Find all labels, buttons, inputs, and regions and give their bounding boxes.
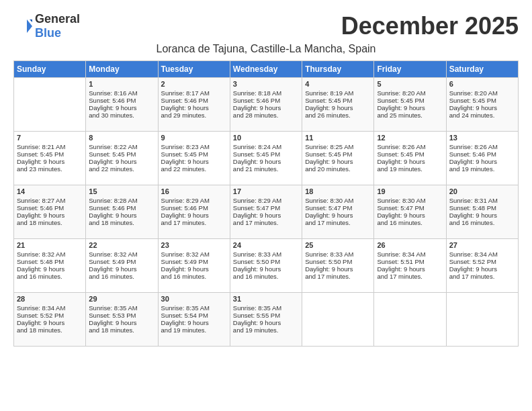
day-number: 5 (377, 80, 443, 88)
calendar-header: Sunday Monday Tuesday Wednesday Thursday… (14, 61, 519, 78)
header-wednesday: Wednesday (230, 61, 302, 78)
day-info: Sunrise: 8:32 AMSunset: 5:49 PMDaylight:… (89, 250, 154, 280)
logo-icon (13, 17, 32, 36)
day-info: Sunrise: 8:33 AMSunset: 5:50 PMDaylight:… (305, 250, 371, 280)
day-info: Sunrise: 8:26 AMSunset: 5:45 PMDaylight:… (377, 143, 443, 173)
header-monday: Monday (86, 61, 158, 78)
cell-w3-d1: 14Sunrise: 8:27 AMSunset: 5:46 PMDayligh… (14, 185, 86, 239)
day-number: 9 (161, 134, 227, 142)
day-number: 12 (377, 134, 443, 142)
day-number: 15 (89, 187, 154, 195)
day-info: Sunrise: 8:32 AMSunset: 5:49 PMDaylight:… (161, 250, 227, 280)
week-row-5: 28Sunrise: 8:34 AMSunset: 5:52 PMDayligh… (14, 293, 519, 347)
day-number: 30 (161, 295, 227, 303)
day-number: 18 (305, 187, 371, 195)
day-info: Sunrise: 8:29 AMSunset: 5:47 PMDaylight:… (233, 197, 299, 226)
cell-w3-d2: 15Sunrise: 8:28 AMSunset: 5:46 PMDayligh… (86, 185, 158, 239)
cell-w4-d7: 27Sunrise: 8:34 AMSunset: 5:52 PMDayligh… (446, 239, 518, 293)
week-row-2: 7Sunrise: 8:21 AMSunset: 5:45 PMDaylight… (14, 132, 519, 185)
header-sunday: Sunday (14, 61, 86, 78)
day-number: 17 (233, 187, 299, 195)
cell-w5-d3: 30Sunrise: 8:35 AMSunset: 5:54 PMDayligh… (158, 293, 230, 347)
day-number: 31 (233, 295, 299, 303)
day-info: Sunrise: 8:20 AMSunset: 5:45 PMDaylight:… (377, 89, 443, 119)
cell-w5-d5 (302, 293, 374, 347)
header-saturday: Saturday (446, 61, 518, 78)
day-number: 14 (17, 187, 83, 195)
calendar-body: 1Sunrise: 8:16 AMSunset: 5:46 PMDaylight… (14, 78, 519, 347)
cell-w5-d7 (446, 293, 518, 347)
cell-w2-d4: 10Sunrise: 8:24 AMSunset: 5:45 PMDayligh… (230, 132, 302, 185)
day-info: Sunrise: 8:34 AMSunset: 5:51 PMDaylight:… (377, 250, 443, 280)
cell-w3-d5: 18Sunrise: 8:30 AMSunset: 5:47 PMDayligh… (302, 185, 374, 239)
cell-w3-d4: 17Sunrise: 8:29 AMSunset: 5:47 PMDayligh… (230, 185, 302, 239)
week-row-3: 14Sunrise: 8:27 AMSunset: 5:46 PMDayligh… (14, 185, 519, 239)
month-title: December 2025 (341, 12, 519, 40)
day-info: Sunrise: 8:35 AMSunset: 5:54 PMDaylight:… (161, 304, 227, 334)
day-info: Sunrise: 8:34 AMSunset: 5:52 PMDaylight:… (17, 304, 83, 334)
day-info: Sunrise: 8:19 AMSunset: 5:45 PMDaylight:… (305, 89, 371, 119)
logo-blue: Blue (35, 26, 61, 40)
cell-w1-d2: 1Sunrise: 8:16 AMSunset: 5:46 PMDaylight… (86, 78, 158, 132)
day-info: Sunrise: 8:24 AMSunset: 5:45 PMDaylight:… (233, 143, 299, 173)
cell-w1-d5: 4Sunrise: 8:19 AMSunset: 5:45 PMDaylight… (302, 78, 374, 132)
cell-w5-d6 (374, 293, 446, 347)
cell-w1-d7: 6Sunrise: 8:20 AMSunset: 5:45 PMDaylight… (446, 78, 518, 132)
day-number: 27 (449, 241, 515, 249)
day-info: Sunrise: 8:34 AMSunset: 5:52 PMDaylight:… (449, 250, 515, 280)
header-thursday: Thursday (302, 61, 374, 78)
cell-w5-d2: 29Sunrise: 8:35 AMSunset: 5:53 PMDayligh… (86, 293, 158, 347)
day-number: 21 (17, 241, 83, 249)
day-info: Sunrise: 8:21 AMSunset: 5:45 PMDaylight:… (17, 143, 83, 173)
page: General Blue December 2025 Loranca de Ta… (0, 0, 532, 353)
header-tuesday: Tuesday (158, 61, 230, 78)
day-number: 23 (161, 241, 227, 249)
calendar-table: Sunday Monday Tuesday Wednesday Thursday… (13, 60, 519, 347)
week-row-1: 1Sunrise: 8:16 AMSunset: 5:46 PMDaylight… (14, 78, 519, 132)
day-number: 11 (305, 134, 371, 142)
day-info: Sunrise: 8:29 AMSunset: 5:46 PMDaylight:… (161, 197, 227, 226)
cell-w1-d4: 3Sunrise: 8:18 AMSunset: 5:46 PMDaylight… (230, 78, 302, 132)
cell-w2-d7: 13Sunrise: 8:26 AMSunset: 5:46 PMDayligh… (446, 132, 518, 185)
day-number: 1 (89, 80, 154, 88)
logo-text: General Blue (35, 12, 80, 40)
cell-w4-d5: 25Sunrise: 8:33 AMSunset: 5:50 PMDayligh… (302, 239, 374, 293)
cell-w2-d3: 9Sunrise: 8:23 AMSunset: 5:45 PMDaylight… (158, 132, 230, 185)
cell-w3-d6: 19Sunrise: 8:30 AMSunset: 5:47 PMDayligh… (374, 185, 446, 239)
cell-w1-d1 (14, 78, 86, 132)
cell-w2-d5: 11Sunrise: 8:25 AMSunset: 5:45 PMDayligh… (302, 132, 374, 185)
svg-marker-0 (27, 19, 32, 33)
day-number: 28 (17, 295, 83, 303)
svg-marker-1 (30, 19, 32, 22)
day-info: Sunrise: 8:31 AMSunset: 5:48 PMDaylight:… (449, 197, 515, 226)
day-info: Sunrise: 8:33 AMSunset: 5:50 PMDaylight:… (233, 250, 299, 280)
day-info: Sunrise: 8:28 AMSunset: 5:46 PMDaylight:… (89, 197, 154, 226)
day-number: 4 (305, 80, 371, 88)
week-row-4: 21Sunrise: 8:32 AMSunset: 5:48 PMDayligh… (14, 239, 519, 293)
cell-w2-d2: 8Sunrise: 8:22 AMSunset: 5:45 PMDaylight… (86, 132, 158, 185)
cell-w4-d2: 22Sunrise: 8:32 AMSunset: 5:49 PMDayligh… (86, 239, 158, 293)
day-info: Sunrise: 8:18 AMSunset: 5:46 PMDaylight:… (233, 89, 299, 119)
day-info: Sunrise: 8:26 AMSunset: 5:46 PMDaylight:… (449, 143, 515, 173)
day-number: 20 (449, 187, 515, 195)
cell-w1-d3: 2Sunrise: 8:17 AMSunset: 5:46 PMDaylight… (158, 78, 230, 132)
day-number: 8 (89, 134, 154, 142)
cell-w5-d4: 31Sunrise: 8:35 AMSunset: 5:55 PMDayligh… (230, 293, 302, 347)
cell-w5-d1: 28Sunrise: 8:34 AMSunset: 5:52 PMDayligh… (14, 293, 86, 347)
cell-w4-d3: 23Sunrise: 8:32 AMSunset: 5:49 PMDayligh… (158, 239, 230, 293)
day-number: 26 (377, 241, 443, 249)
day-number: 24 (233, 241, 299, 249)
day-info: Sunrise: 8:32 AMSunset: 5:48 PMDaylight:… (17, 250, 83, 280)
cell-w3-d3: 16Sunrise: 8:29 AMSunset: 5:46 PMDayligh… (158, 185, 230, 239)
cell-w2-d6: 12Sunrise: 8:26 AMSunset: 5:45 PMDayligh… (374, 132, 446, 185)
day-number: 3 (233, 80, 299, 88)
day-number: 19 (377, 187, 443, 195)
day-number: 2 (161, 80, 227, 88)
day-number: 25 (305, 241, 371, 249)
cell-w4-d1: 21Sunrise: 8:32 AMSunset: 5:48 PMDayligh… (14, 239, 86, 293)
cell-w3-d7: 20Sunrise: 8:31 AMSunset: 5:48 PMDayligh… (446, 185, 518, 239)
day-number: 22 (89, 241, 154, 249)
day-info: Sunrise: 8:30 AMSunset: 5:47 PMDaylight:… (305, 197, 371, 226)
logo: General Blue (13, 12, 80, 40)
day-info: Sunrise: 8:16 AMSunset: 5:46 PMDaylight:… (89, 89, 154, 119)
